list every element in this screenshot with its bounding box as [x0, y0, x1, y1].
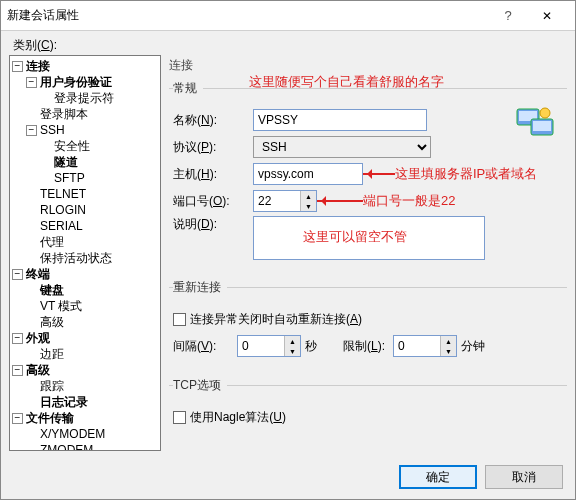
ok-button[interactable]: 确定: [399, 465, 477, 489]
spin-down-icon[interactable]: ▼: [301, 201, 316, 211]
group-title-reconnect: 重新连接: [173, 279, 227, 296]
label-port: 端口号(O):: [173, 193, 253, 210]
help-icon[interactable]: ?: [491, 8, 525, 23]
tree-item-sftp[interactable]: SFTP: [12, 170, 158, 186]
tree-item-rlogin[interactable]: RLOGIN: [12, 202, 158, 218]
tree-item-proxy[interactable]: 代理: [12, 234, 158, 250]
tree-item-appearance[interactable]: −外观: [12, 330, 158, 346]
limit-field[interactable]: [394, 336, 440, 356]
tree-item-vtmode[interactable]: VT 模式: [12, 298, 158, 314]
port-stepper[interactable]: ▲▼: [253, 190, 317, 212]
arrow-icon: [317, 196, 363, 206]
window-title: 新建会话属性: [7, 7, 491, 24]
spin-down-icon[interactable]: ▼: [285, 346, 300, 356]
interval-field[interactable]: [238, 336, 284, 356]
spin-down-icon[interactable]: ▼: [441, 346, 456, 356]
arrow-icon: [363, 169, 395, 179]
collapse-icon[interactable]: −: [12, 413, 23, 424]
label-host: 主机(H):: [173, 166, 253, 183]
group-title-tcp: TCP选项: [173, 377, 227, 394]
interval-stepper[interactable]: ▲▼: [237, 335, 301, 357]
tree-item-margin[interactable]: 边距: [12, 346, 158, 362]
port-field[interactable]: [254, 191, 300, 211]
tree-item-log[interactable]: 日志记录: [12, 394, 158, 410]
tree-item-keepalive[interactable]: 保持活动状态: [12, 250, 158, 266]
label-protocol: 协议(P):: [173, 139, 253, 156]
tree-item-filetransfer[interactable]: −文件传输: [12, 410, 158, 426]
spin-up-icon[interactable]: ▲: [301, 191, 316, 201]
tree-item-advanced-term[interactable]: 高级: [12, 314, 158, 330]
titlebar: 新建会话属性 ? ✕: [1, 1, 575, 31]
label-name: 名称(N):: [173, 112, 253, 129]
cancel-button[interactable]: 取消: [485, 465, 563, 489]
panel-heading: 连接: [169, 57, 567, 74]
spin-up-icon[interactable]: ▲: [441, 336, 456, 346]
category-label: 类别(C):: [13, 37, 57, 54]
collapse-icon[interactable]: −: [12, 365, 23, 376]
collapse-icon[interactable]: −: [26, 125, 37, 136]
annotation-port: 端口号一般是22: [363, 192, 455, 210]
tree-item-xymodem[interactable]: X/YMODEM: [12, 426, 158, 442]
tree-item-security[interactable]: 安全性: [12, 138, 158, 154]
description-field[interactable]: [253, 216, 485, 260]
tree-item-ssh[interactable]: −SSH: [12, 122, 158, 138]
protocol-select[interactable]: SSH: [253, 136, 431, 158]
tree-item-serial[interactable]: SERIAL: [12, 218, 158, 234]
close-icon[interactable]: ✕: [525, 1, 569, 31]
collapse-icon[interactable]: −: [12, 333, 23, 344]
tree-item-login-prompt[interactable]: 登录提示符: [12, 90, 158, 106]
tree-item-auth[interactable]: −用户身份验证: [12, 74, 158, 90]
tree-item-terminal[interactable]: −终端: [12, 266, 158, 282]
label-interval: 间隔(V):: [173, 338, 237, 355]
group-tcp: TCP选项 使用Nagle算法(U): [169, 377, 567, 442]
tree-item-zmodem[interactable]: ZMODEM: [12, 442, 158, 451]
collapse-icon[interactable]: −: [12, 61, 23, 72]
tree-item-login-script[interactable]: 登录脚本: [12, 106, 158, 122]
nagle-checkbox[interactable]: [173, 411, 186, 424]
group-title-general: 常规: [173, 80, 203, 97]
label-desc: 说明(D):: [173, 216, 253, 233]
group-general: 常规 名称(N): 协议(P): SSH 主机(H): 这里填服务器IP或者域名…: [169, 80, 567, 273]
settings-panel: 连接 这里随便写个自己看着舒服的名字 常规 名称(N): 协议(P): SSH …: [169, 55, 567, 451]
collapse-icon[interactable]: −: [12, 269, 23, 280]
category-tree[interactable]: −连接 −用户身份验证 登录提示符 登录脚本 −SSH 安全性 隧道 SFTP …: [9, 55, 161, 451]
tree-item-keyboard[interactable]: 键盘: [12, 282, 158, 298]
tree-item-advanced[interactable]: −高级: [12, 362, 158, 378]
unit-sec: 秒: [305, 338, 317, 355]
collapse-icon[interactable]: −: [26, 77, 37, 88]
label-limit: 限制(L):: [343, 338, 385, 355]
tree-item-tunnel[interactable]: 隧道: [12, 154, 158, 170]
group-reconnect: 重新连接 连接异常关闭时自动重新连接(A) 间隔(V): ▲▼ 秒 限制(L):…: [169, 279, 567, 371]
spin-up-icon[interactable]: ▲: [285, 336, 300, 346]
tree-item-trace[interactable]: 跟踪: [12, 378, 158, 394]
dialog-body: 类别(C): −连接 −用户身份验证 登录提示符 登录脚本 −SSH 安全性 隧…: [1, 31, 575, 499]
label-auto-reconnect: 连接异常关闭时自动重新连接(A): [190, 311, 362, 328]
limit-stepper[interactable]: ▲▼: [393, 335, 457, 357]
auto-reconnect-checkbox[interactable]: [173, 313, 186, 326]
tree-item-telnet[interactable]: TELNET: [12, 186, 158, 202]
unit-min: 分钟: [461, 338, 485, 355]
tree-item-connection[interactable]: −连接: [12, 58, 158, 74]
name-field[interactable]: [253, 109, 427, 131]
button-bar: 确定 取消: [399, 465, 563, 489]
label-nagle: 使用Nagle算法(U): [190, 409, 286, 426]
annotation-host: 这里填服务器IP或者域名: [395, 165, 537, 183]
host-field[interactable]: [253, 163, 363, 185]
